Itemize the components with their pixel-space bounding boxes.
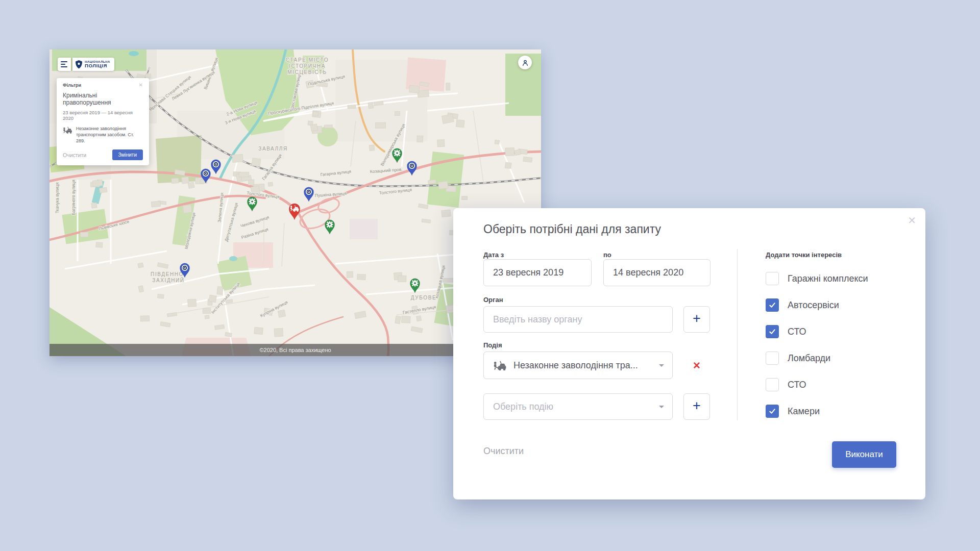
date-to-input[interactable]: 14 вересня 2020 [603, 259, 710, 286]
chevron-down-icon [659, 406, 664, 408]
car-theft-icon [63, 126, 72, 134]
filter-date-range: 23 вересня 2019 — 14 вересня 2020 [63, 110, 143, 121]
poi-checkbox-row[interactable]: Ломбарди [766, 352, 868, 365]
date-from-label: Дата з [483, 251, 504, 259]
event-select[interactable]: Незаконне заволодіння тра... [483, 352, 673, 379]
divider [737, 249, 738, 420]
car-theft-icon [493, 360, 507, 370]
submit-button[interactable]: Виконати [832, 441, 896, 468]
street-label: Ткачука вулиця [55, 182, 60, 213]
street-label: Багряного вулиця [71, 180, 76, 215]
filter-clear-button[interactable]: Очистити [63, 152, 86, 158]
date-from-input[interactable]: 23 вересня 2019 [483, 259, 592, 286]
filter-card: Фільтри ✕ Кримінальні правопорушення 23 … [57, 78, 149, 165]
remove-event-button[interactable]: ✕ [693, 360, 701, 371]
filter-change-button[interactable]: Змінити [112, 149, 143, 160]
poi-checkbox-row[interactable]: Камери [766, 405, 868, 418]
checkbox-checked[interactable] [766, 298, 779, 312]
police-badge-icon [75, 60, 83, 69]
district-label: ІСТОРИЧНА [289, 63, 326, 69]
poi-section: Додати точки інтересів Гаражні комплекси… [766, 251, 868, 418]
poi-label: Гаражні комплекси [788, 273, 868, 284]
poi-label: Камери [788, 406, 820, 417]
query-modal: ✕ Оберіть потрібні дані для запиту Дата … [453, 208, 925, 499]
event2-select[interactable]: Оберіть подію [483, 393, 673, 420]
modal-title: Оберіть потрібні дані для запиту [483, 222, 661, 236]
filter-close-icon[interactable]: ✕ [139, 83, 143, 88]
add-event-button[interactable]: + [683, 393, 710, 420]
check-icon [768, 328, 776, 336]
poi-checkbox-row[interactable]: Гаражні комплекси [766, 272, 868, 285]
district-label: ДУБОВЕ [411, 295, 436, 300]
check-icon [768, 407, 776, 415]
filter-card-header: Фільтри [63, 83, 81, 88]
poi-label: Ломбарди [788, 353, 830, 364]
modal-close-icon[interactable]: ✕ [908, 215, 916, 226]
check-icon [768, 301, 776, 309]
district-label: СТАРЕ МІСТО [286, 57, 329, 63]
checkbox-unchecked[interactable] [766, 352, 779, 365]
add-organ-button[interactable]: + [683, 306, 710, 333]
district-label: МІСЦЕВІСТЬ [287, 69, 327, 75]
checkbox-checked[interactable] [766, 405, 779, 418]
checkbox-checked[interactable] [766, 325, 779, 338]
organ-label: Орган [483, 296, 503, 304]
menu-button[interactable] [58, 58, 71, 71]
organ-input[interactable]: Введіть назву органу [483, 306, 673, 333]
filter-title: Кримінальні правопорушення [63, 92, 143, 106]
checkbox-unchecked[interactable] [766, 272, 779, 285]
district-label: ЗАХІДНИЙ [152, 277, 184, 283]
district-label: ПІВДЕННО- [151, 271, 186, 277]
poi-section-label: Додати точки інтересів [766, 251, 868, 259]
poi-label: Автосервіси [788, 300, 839, 311]
event-label: Подія [483, 341, 502, 349]
poi-label: СТО [788, 327, 806, 337]
user-icon [521, 59, 529, 67]
poi-checkbox-row[interactable]: СТО [766, 378, 868, 391]
checkbox-unchecked[interactable] [766, 378, 779, 391]
poi-label: СТО [788, 380, 806, 390]
district-label: ЗАВАЛЛЯ [258, 146, 287, 152]
modal-clear-button[interactable]: Очистити [483, 446, 524, 457]
logo-line2: ПОЛІЦІЯ [85, 63, 110, 68]
chevron-down-icon [659, 364, 664, 367]
poi-checkbox-row[interactable]: Автосервіси [766, 298, 868, 312]
date-to-label: по [603, 251, 611, 259]
police-logo: НАЦІОНАЛЬНА ПОЛІЦІЯ [72, 58, 114, 71]
user-profile-button[interactable] [518, 56, 532, 69]
map-topbar: НАЦІОНАЛЬНА ПОЛІЦІЯ [58, 58, 114, 71]
poi-checkbox-row[interactable]: СТО [766, 325, 868, 338]
filter-event-text: Незаконне заволодіння транспортним засоб… [76, 126, 143, 144]
